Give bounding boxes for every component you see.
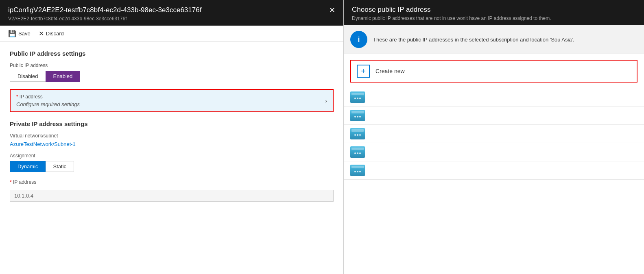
create-new-item[interactable]: + Create new — [350, 60, 637, 83]
vnet-label: Virtual network/subnet — [10, 133, 334, 139]
save-label: Save — [18, 30, 31, 37]
left-panel-title: ipConfigV2AE2E2-testfb7c8bf4-ec2d-433b-9… — [8, 6, 335, 15]
info-icon: i — [350, 31, 367, 48]
discard-button[interactable]: ✕ Discard — [39, 30, 64, 37]
plus-icon: + — [357, 65, 370, 78]
toolbar: 💾 Save ✕ Discard — [0, 26, 343, 42]
list-item[interactable] — [344, 125, 644, 143]
left-panel: ipConfigV2AE2E2-testfb7c8bf4-ec2d-433b-9… — [0, 0, 344, 274]
dynamic-toggle[interactable]: Dynamic — [10, 161, 46, 172]
assignment-toggle-group: Dynamic Static — [10, 161, 334, 172]
private-ip-section-title: Private IP address settings — [10, 120, 334, 127]
chevron-right-icon: › — [325, 98, 327, 104]
ip-item-icon — [350, 165, 365, 176]
ip-item-icon — [350, 146, 365, 158]
close-button[interactable]: ✕ — [329, 6, 335, 15]
info-text: These are the public IP addresses in the… — [373, 37, 574, 43]
required-star: * — [16, 94, 18, 100]
left-header: ipConfigV2AE2E2-testfb7c8bf4-ec2d-433b-9… — [0, 0, 343, 26]
enabled-toggle[interactable]: Enabled — [46, 71, 81, 82]
private-ip-label: * IP address — [10, 179, 334, 185]
right-content: i These are the public IP addresses in t… — [344, 25, 644, 274]
create-new-label: Create new — [375, 68, 405, 74]
private-ip-section: Private IP address settings Virtual netw… — [10, 120, 334, 202]
left-panel-subtitle: V2AE2E2-testfb7c8bf4-ec2d-433b-98ec-3e3c… — [8, 16, 335, 22]
ip-address-label: *IP address — [16, 94, 80, 100]
public-ip-section-title: Public IP address settings — [10, 50, 334, 57]
left-content: Public IP address settings Public IP add… — [0, 42, 343, 274]
list-item[interactable] — [344, 88, 644, 107]
right-panel: Choose public IP address Dynamic public … — [344, 0, 644, 274]
discard-label: Discard — [46, 30, 64, 37]
info-banner: i These are the public IP addresses in t… — [344, 25, 644, 54]
ip-item-icon — [350, 91, 365, 103]
vnet-link[interactable]: AzureTestNetwork/Subnet-1 — [10, 141, 76, 147]
list-item[interactable] — [344, 107, 644, 125]
ip-list — [344, 88, 644, 180]
save-icon: 💾 — [8, 30, 16, 37]
save-button[interactable]: 💾 Save — [8, 30, 31, 37]
static-toggle[interactable]: Static — [46, 161, 74, 172]
discard-icon: ✕ — [39, 30, 44, 37]
list-item[interactable] — [344, 161, 644, 180]
ip-address-placeholder: Configure required settings — [16, 101, 80, 107]
right-header: Choose public IP address Dynamic public … — [344, 0, 644, 25]
list-item[interactable] — [344, 143, 644, 161]
right-panel-title: Choose public IP address — [352, 6, 636, 14]
ip-item-icon — [350, 128, 365, 139]
private-ip-input[interactable] — [10, 190, 334, 202]
assignment-label: Assignment — [10, 153, 334, 159]
disabled-toggle[interactable]: Disabled — [10, 71, 46, 82]
ip-address-selector[interactable]: *IP address Configure required settings … — [10, 89, 334, 112]
ip-item-icon — [350, 110, 365, 121]
public-ip-toggle-group: Disabled Enabled — [10, 71, 334, 82]
public-ip-field-label: Public IP address — [10, 63, 334, 68]
right-panel-subtitle: Dynamic public IP addresses that are not… — [352, 15, 636, 21]
